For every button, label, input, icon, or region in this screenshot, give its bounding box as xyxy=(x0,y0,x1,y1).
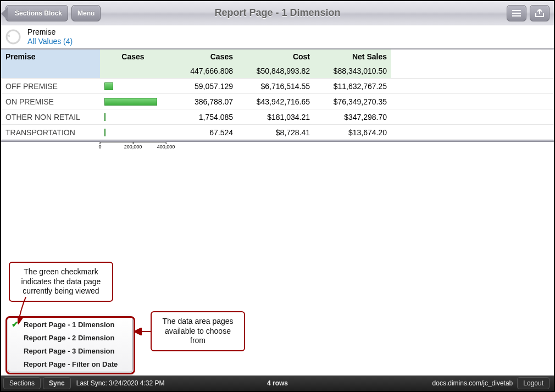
row-net: $347,298.70 xyxy=(314,109,391,124)
annotation-pages-note: The data area pages available to choose … xyxy=(151,311,245,351)
row-cases: 59,057.129 xyxy=(166,79,237,93)
annotation-checkmark-note: The green checkmark indicates the data p… xyxy=(9,262,113,302)
row-dim: ON PREMISE xyxy=(1,94,100,109)
col-header-casesbar[interactable]: Cases xyxy=(100,49,166,64)
share-icon[interactable] xyxy=(530,5,550,21)
row-cases: 386,788.07 xyxy=(166,94,237,109)
host-label: docs.dimins.com/jc_divetab xyxy=(432,379,513,387)
page-menu-item-label: Report Page - 2 Dimension xyxy=(24,334,114,342)
page-menu-item[interactable]: Report Page - 2 Dimension xyxy=(8,331,132,344)
row-dim: OTHER NON RETAIL xyxy=(1,109,100,124)
row-net: $13,674.20 xyxy=(314,125,391,140)
filter-values-link[interactable]: All Values (4) xyxy=(27,37,73,46)
row-dim: OFF PREMISE xyxy=(1,79,100,93)
row-net: $11,632,767.25 xyxy=(314,79,391,93)
page-menu-item-label: Report Page - Filter on Date xyxy=(24,360,118,368)
col-header-cost[interactable]: Cost xyxy=(237,49,314,64)
row-bar xyxy=(100,125,166,140)
grid-separator xyxy=(1,140,554,142)
row-bar xyxy=(100,79,166,93)
page-selection-menu[interactable]: ✔Report Page - 1 DimensionReport Page - … xyxy=(8,316,133,372)
total-net: $88,343,010.50 xyxy=(314,64,391,78)
top-toolbar: Sections Block Menu Report Page - 1 Dime… xyxy=(1,1,554,25)
col-header-dim[interactable]: Premise xyxy=(1,49,100,64)
last-sync-label: Last Sync: 3/24/2020 4:32 PM xyxy=(76,379,165,387)
page-menu-item-label: Report Page - 3 Dimension xyxy=(24,347,114,355)
row-cost: $181,034.21 xyxy=(237,109,314,124)
arrow-icon xyxy=(18,297,34,324)
table-row[interactable]: ON PREMISE386,788.07$43,942,716.65$76,34… xyxy=(1,93,554,109)
filter-bar: Premise All Values (4) xyxy=(1,25,554,49)
col-header-net[interactable]: Net Sales xyxy=(314,49,391,64)
total-cost: $50,848,993.82 xyxy=(237,64,314,78)
page-menu-item[interactable]: Report Page - Filter on Date xyxy=(8,357,132,371)
svg-point-3 xyxy=(7,30,20,43)
row-cases: 1,754.085 xyxy=(166,109,237,124)
table-row[interactable]: OTHER NON RETAIL1,754.085$181,034.21$347… xyxy=(1,109,554,124)
row-cost: $8,728.41 xyxy=(237,125,314,140)
row-net: $76,349,270.35 xyxy=(314,94,391,109)
table-row[interactable]: OFF PREMISE59,057.129$6,716,514.55$11,63… xyxy=(1,78,554,93)
sections-button[interactable]: Sections xyxy=(3,377,41,389)
row-cases: 67.524 xyxy=(166,125,237,140)
col-header-cases[interactable]: Cases xyxy=(166,49,237,64)
back-button[interactable]: Sections Block xyxy=(5,5,68,21)
row-cost: $43,942,716.65 xyxy=(237,94,314,109)
row-bar xyxy=(100,109,166,124)
page-menu-item-label: Report Page - 1 Dimension xyxy=(24,321,114,329)
sync-button[interactable]: Sync xyxy=(43,377,71,389)
logout-button[interactable]: Logout xyxy=(517,377,550,389)
hamburger-icon[interactable] xyxy=(507,5,526,21)
table-row[interactable]: TRANSPORTATION67.524$8,728.41$13,674.20 xyxy=(1,124,554,140)
total-cases: 447,666.808 xyxy=(166,64,237,78)
data-grid: Premise Cases Cases Cost Net Sales 447,6… xyxy=(1,49,554,152)
menu-button[interactable]: Menu xyxy=(71,5,101,21)
status-bar: Sections Sync Last Sync: 3/24/2020 4:32 … xyxy=(1,376,554,391)
row-dim: TRANSPORTATION xyxy=(1,125,100,140)
row-bar xyxy=(100,94,166,109)
bar-axis: 0 200,000 400,000 xyxy=(100,142,166,152)
filter-dimension: Premise xyxy=(27,27,73,37)
undo-icon[interactable] xyxy=(1,25,25,49)
page-menu-item[interactable]: Report Page - 3 Dimension xyxy=(8,344,132,357)
row-cost: $6,716,514.55 xyxy=(237,79,314,93)
arrow-icon xyxy=(135,328,152,335)
